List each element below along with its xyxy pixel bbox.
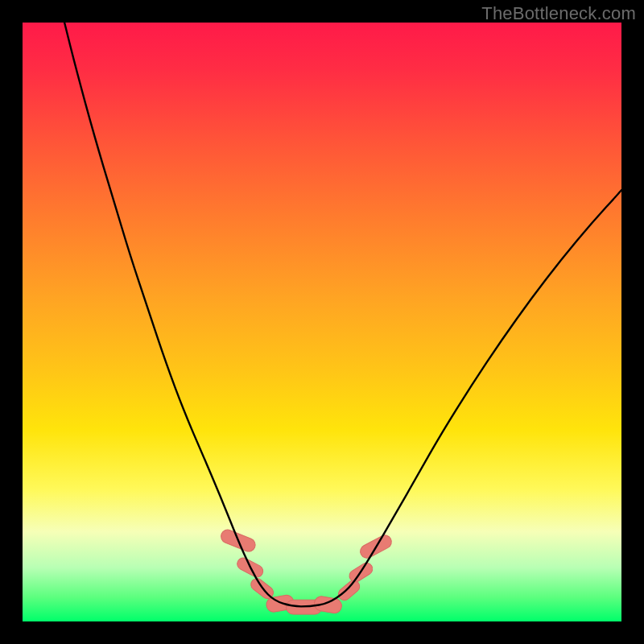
watermark-text: TheBottleneck.com <box>481 3 636 24</box>
marker-group <box>219 528 394 614</box>
outer-frame: TheBottleneck.com <box>0 0 644 644</box>
bottleneck-curve <box>64 23 621 606</box>
curve-marker <box>336 578 361 603</box>
curve-layer <box>23 23 621 621</box>
